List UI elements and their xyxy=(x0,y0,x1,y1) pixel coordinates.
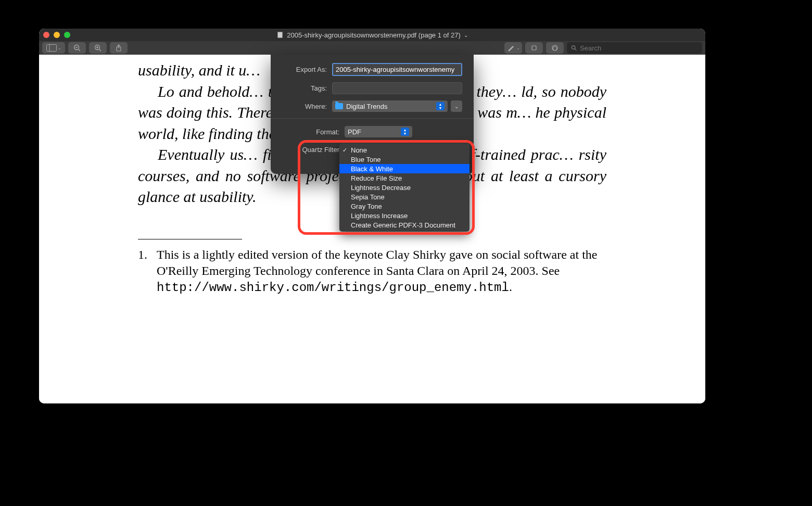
quartz-option[interactable]: Reduce File Size xyxy=(339,173,470,183)
quartz-option-label: Create Generic PDFX-3 Document xyxy=(351,221,455,229)
quartz-option[interactable]: Sepia Tone xyxy=(339,192,470,201)
quartz-option[interactable]: Lightness Decrease xyxy=(339,183,470,192)
titlebar: 2005-shirky-agroupisitsownworstenemy.pdf… xyxy=(39,29,705,41)
zoom-out-button[interactable] xyxy=(68,42,86,54)
svg-rect-0 xyxy=(277,32,283,38)
export-as-label: Export As: xyxy=(282,66,327,73)
document-icon xyxy=(276,31,284,39)
quartz-option-label: Lightness Decrease xyxy=(351,184,411,192)
updown-icon: ▲▼ xyxy=(436,102,445,110)
where-select[interactable]: Digital Trends ▲▼ xyxy=(332,100,448,112)
footnote-url: http://www.shirky.com/writings/group_ene… xyxy=(157,281,509,295)
export-sheet: Export As: Tags: Where: Digital Trends ▲… xyxy=(271,55,474,174)
tags-input[interactable] xyxy=(332,82,462,94)
expand-button[interactable]: ⌄ xyxy=(451,100,462,112)
zoom-in-button[interactable] xyxy=(89,42,107,54)
quartz-option[interactable]: Lightness Increase xyxy=(339,211,470,220)
where-value: Digital Trends xyxy=(346,103,387,110)
quartz-option-label: Gray Tone xyxy=(351,203,382,210)
search-field[interactable] xyxy=(567,42,702,54)
quartz-filter-label: Quartz Filter xyxy=(282,146,339,154)
share-button[interactable] xyxy=(110,42,128,54)
preview-window: 2005-shirky-agroupisitsownworstenemy.pdf… xyxy=(39,29,705,403)
svg-line-5 xyxy=(78,49,80,51)
minimize-window-button[interactable] xyxy=(54,32,60,38)
svg-rect-1 xyxy=(278,32,282,37)
markup-button[interactable] xyxy=(546,42,564,54)
footnote-rule xyxy=(138,239,242,239)
svg-rect-13 xyxy=(532,46,536,50)
footnote-number: 1. xyxy=(138,247,149,296)
quartz-option[interactable]: Gray Tone xyxy=(339,201,470,211)
chevron-down-icon: ⌄ xyxy=(464,32,468,38)
search-icon xyxy=(571,45,577,51)
quartz-option[interactable]: Black & White xyxy=(339,164,470,173)
quartz-option-label: Blue Tone xyxy=(351,156,381,163)
quartz-option-label: None xyxy=(351,146,367,154)
quartz-filter-dropdown[interactable]: ✓NoneBlue ToneBlack & WhiteReduce File S… xyxy=(339,143,470,232)
quartz-option-label: Reduce File Size xyxy=(351,174,402,182)
format-label: Format: xyxy=(282,128,339,136)
quartz-option[interactable]: Blue Tone xyxy=(339,155,470,164)
traffic-lights xyxy=(43,32,70,38)
rotate-button[interactable] xyxy=(525,42,543,54)
footnote: 1. This is a lightly edited version of t… xyxy=(138,247,606,296)
tags-label: Tags: xyxy=(282,84,327,92)
quartz-option-label: Lightness Increase xyxy=(351,212,408,220)
footnote-text: This is a lightly edited version of the … xyxy=(157,248,597,277)
quartz-option[interactable]: Create Generic PDFX-3 Document xyxy=(339,220,470,230)
svg-line-8 xyxy=(99,49,101,51)
check-icon: ✓ xyxy=(342,147,347,154)
close-window-button[interactable] xyxy=(43,32,49,38)
quartz-option-label: Sepia Tone xyxy=(351,193,385,201)
svg-point-15 xyxy=(572,46,575,49)
maximize-window-button[interactable] xyxy=(64,32,70,38)
folder-icon xyxy=(335,103,343,109)
export-as-input[interactable] xyxy=(332,63,462,76)
footnote-body: This is a lightly edited version of the … xyxy=(157,247,606,296)
window-title: 2005-shirky-agroupisitsownworstenemy.pdf… xyxy=(39,31,705,39)
quartz-option[interactable]: ✓None xyxy=(339,145,470,155)
svg-line-16 xyxy=(575,49,576,50)
format-select[interactable]: PDF ▲▼ xyxy=(345,126,412,137)
quartz-option-label: Black & White xyxy=(351,165,393,173)
format-value: PDF xyxy=(348,128,361,136)
updown-icon: ▲▼ xyxy=(401,128,409,136)
highlight-button[interactable]: ⌄ xyxy=(504,42,522,54)
svg-rect-2 xyxy=(46,45,56,52)
search-input[interactable] xyxy=(580,44,698,52)
where-label: Where: xyxy=(282,103,327,110)
window-title-text: 2005-shirky-agroupisitsownworstenemy.pdf… xyxy=(287,31,461,39)
sidebar-toggle-button[interactable]: ⌄ xyxy=(42,42,65,54)
toolbar: ⌄ ⌄ xyxy=(39,41,705,55)
